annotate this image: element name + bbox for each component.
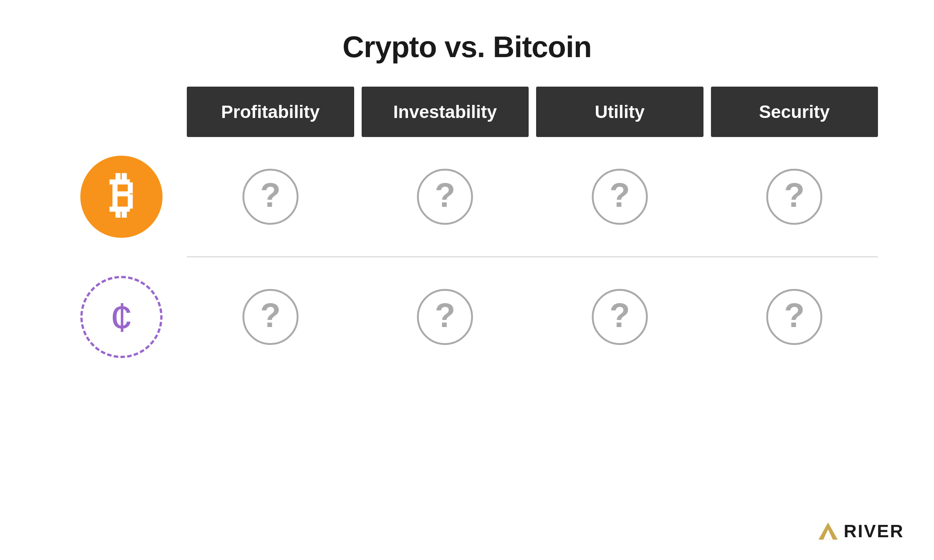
crypto-profitability-question: ? <box>242 289 299 345</box>
crypto-data-cells: ? ? ? ? <box>187 289 878 345</box>
crypto-circle: ¢ <box>80 276 162 358</box>
question-mark-icon: ? <box>784 298 805 332</box>
question-mark-icon: ? <box>435 298 455 332</box>
comparison-table: Profitability Investability Utility Secu… <box>56 87 878 377</box>
crypto-investability-question: ? <box>417 289 473 345</box>
header-profitability: Profitability <box>187 87 354 137</box>
crypto-investability-cell: ? <box>362 289 529 345</box>
crypto-utility-question: ? <box>592 289 648 345</box>
header-investability: Investability <box>362 87 529 137</box>
header-cells: Profitability Investability Utility Secu… <box>187 87 878 137</box>
header-security: Security <box>711 87 879 137</box>
crypto-security-question: ? <box>766 289 822 345</box>
bitcoin-investability-cell: ? <box>362 169 529 225</box>
bitcoin-security-question: ? <box>766 169 822 225</box>
question-mark-icon: ? <box>260 178 281 212</box>
bitcoin-row: ₿ ? ? ? ? <box>56 137 878 257</box>
bitcoin-data-cells: ? ? ? ? <box>187 169 878 225</box>
header-utility: Utility <box>536 87 703 137</box>
bitcoin-investability-question: ? <box>417 169 473 225</box>
question-mark-icon: ? <box>435 178 455 212</box>
header-row: Profitability Investability Utility Secu… <box>56 87 878 137</box>
crypto-icon-cell: ¢ <box>56 276 187 358</box>
question-mark-icon: ? <box>609 178 630 212</box>
bitcoin-utility-cell: ? <box>536 169 703 225</box>
river-brand-text: RIVER <box>844 521 904 542</box>
bitcoin-symbol: ₿ <box>109 171 134 219</box>
bitcoin-utility-question: ? <box>592 169 648 225</box>
crypto-utility-cell: ? <box>536 289 703 345</box>
crypto-symbol: ¢ <box>110 297 133 337</box>
bitcoin-circle: ₿ <box>80 156 162 238</box>
bitcoin-profitability-cell: ? <box>187 169 354 225</box>
river-brand: RIVER <box>818 521 904 542</box>
crypto-profitability-cell: ? <box>187 289 354 345</box>
bitcoin-security-cell: ? <box>711 169 879 225</box>
question-mark-icon: ? <box>260 298 281 332</box>
page-title: Crypto vs. Bitcoin <box>342 30 592 64</box>
question-mark-icon: ? <box>609 298 630 332</box>
crypto-security-cell: ? <box>711 289 879 345</box>
crypto-row: ¢ ? ? ? ? <box>56 257 878 377</box>
bitcoin-profitability-question: ? <box>242 169 299 225</box>
river-triangle-icon <box>818 521 838 542</box>
question-mark-icon: ? <box>784 178 805 212</box>
bitcoin-icon-cell: ₿ <box>56 156 187 238</box>
